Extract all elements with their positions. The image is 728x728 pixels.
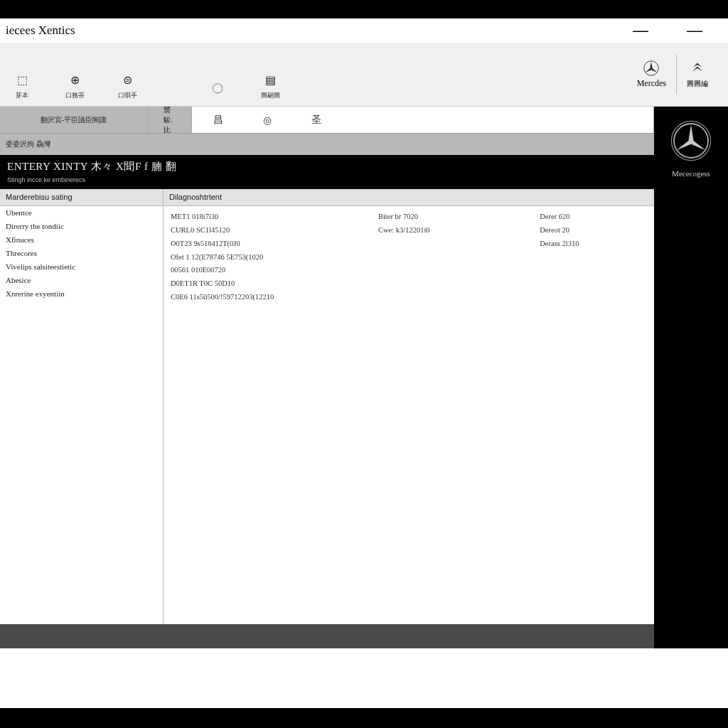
toolbar-item-2[interactable]: ⊜ 口唄手 (112, 73, 142, 100)
window-title: iecees Xentics (6, 23, 75, 38)
work-area: Marderebisu sating Ubentce Direrry the t… (0, 189, 654, 624)
breadcrumb-bar: 委委沢拘 驫灣 (0, 134, 654, 155)
status-bar (0, 624, 654, 648)
data-column-3: Derer 620 Dereot 20 Derass 2l310 (540, 210, 647, 620)
nav-panel: Marderebisu sating Ubentce Direrry the t… (0, 189, 164, 624)
data-line: C0E6 11s56500/!59712203(12210 (171, 291, 370, 304)
toolbar-label: 圖翩圖 (261, 91, 280, 100)
grid-icon: ⬚ (15, 73, 29, 87)
brand-label: Mercdes (637, 78, 666, 89)
title-bar: iecees Xentics — — (0, 18, 728, 43)
minimize-button[interactable]: — (633, 21, 648, 40)
nav-item[interactable]: Direrry the tondiic (0, 220, 163, 233)
tab-label: 襲駿.比 (164, 105, 176, 135)
brand-divider (676, 55, 677, 95)
toolbar-label: 芽本 (16, 91, 28, 100)
data-column-1: MET1 018i7i30 CURL0 SC1l45120 O0T23 9s51… (171, 210, 370, 620)
brand-sidebar-label: Mececogess (672, 169, 710, 178)
nav-header: Marderebisu sating (0, 189, 163, 206)
nav-item[interactable]: Abesice (0, 274, 163, 287)
emblem-icon (689, 60, 706, 77)
doc-icon: 昌 (213, 114, 223, 127)
brand-label: 圖圖編 (687, 79, 708, 89)
badge-icon: ⊜ (120, 73, 134, 87)
nav-item[interactable]: Ubentce (0, 206, 163, 220)
tab-0[interactable]: 翻沢宮-平臣議臣闇諏 (0, 107, 148, 133)
data-line: MET1 018i7i30 (171, 210, 370, 224)
data-line: Dereot 20 (540, 224, 647, 237)
data-line: CURL0 SC1l45120 (171, 224, 370, 237)
nav-item[interactable]: Xfinuces (0, 233, 163, 247)
data-line: D0ET1R T0C 50D10 (171, 277, 370, 291)
gauge-icon: ◎ (263, 114, 272, 126)
toolbar-item-0[interactable]: ⬚ 芽本 (7, 73, 37, 100)
tab-strip: 翻沢宮-平臣議臣闇諏 襲駿.比 昌 ◎ 圣 (0, 107, 654, 134)
tool-icon: 圣 (311, 114, 321, 127)
content-header: Dilagnoshtrtent (164, 189, 654, 206)
maximize-button[interactable]: — (687, 21, 702, 40)
data-column-2: Biter br 7020 Cwe: k3/12201i0 (378, 210, 531, 620)
globe-icon: ⊕ (68, 73, 82, 87)
data-line: Cwe: k3/12201i0 (378, 224, 531, 237)
toolbar-item-4[interactable]: ▤ 圖翩圖 (255, 73, 285, 100)
toolbar-item-3[interactable]: 〇 (203, 82, 232, 100)
nav-item[interactable]: Threcores (0, 247, 163, 260)
section-title: ENTERY XINTY 木々 X聞F f 腩 翻 (7, 160, 647, 173)
brand-mercedes: Mercdes (637, 60, 666, 89)
data-line: Derer 620 (540, 210, 647, 224)
data-line: Derass 2l310 (540, 237, 647, 251)
brand-sidebar: Mececogess (654, 107, 728, 648)
brand-secondary: 圖圖編 (687, 60, 708, 89)
section-header: ENTERY XINTY 木々 X聞F f 腩 翻 Stingh incce k… (0, 155, 654, 189)
tab-2[interactable]: 昌 ◎ 圣 (192, 107, 654, 133)
main-toolbar: ⬚ 芽本 ⊕ 口務茶 ⊜ 口唄手 〇 ▤ 圖翩圖 (0, 43, 728, 107)
breadcrumb: 委委沢拘 驫灣 (6, 139, 50, 149)
mercedes-logo-icon (670, 119, 712, 162)
nav-item[interactable]: Vivelips salsiteestietic (0, 260, 163, 274)
toolbar-item-1[interactable]: ⊕ 口務茶 (60, 73, 90, 100)
mercedes-star-icon (643, 60, 660, 77)
headset-icon: 〇 (210, 82, 225, 96)
data-line: 00561 010E00720 (171, 264, 370, 277)
content-panel: Dilagnoshtrtent MET1 018i7i30 CURL0 SC1l… (164, 189, 654, 624)
tab-label: 翻沢宮-平臣議臣闇諏 (41, 115, 107, 125)
data-line: Biter br 7020 (378, 210, 531, 224)
toolbar-label: 口務茶 (65, 91, 85, 100)
toolbar-label: 口唄手 (118, 91, 137, 100)
tab-1[interactable]: 襲駿.比 (148, 107, 192, 133)
section-subtitle: Stingh incce ke embinerecs (7, 176, 647, 183)
nav-item[interactable]: Xnrerine exyentiin (0, 287, 163, 301)
data-line: Ofet 1 12(E78746 5E753(1020 (171, 251, 370, 264)
data-line: O0T23 9s518412T(0J0 (171, 237, 370, 251)
server-icon: ▤ (263, 73, 277, 87)
app-window: iecees Xentics — — ⬚ 芽本 ⊕ 口務茶 ⊜ 口唄手 〇 (0, 18, 728, 708)
